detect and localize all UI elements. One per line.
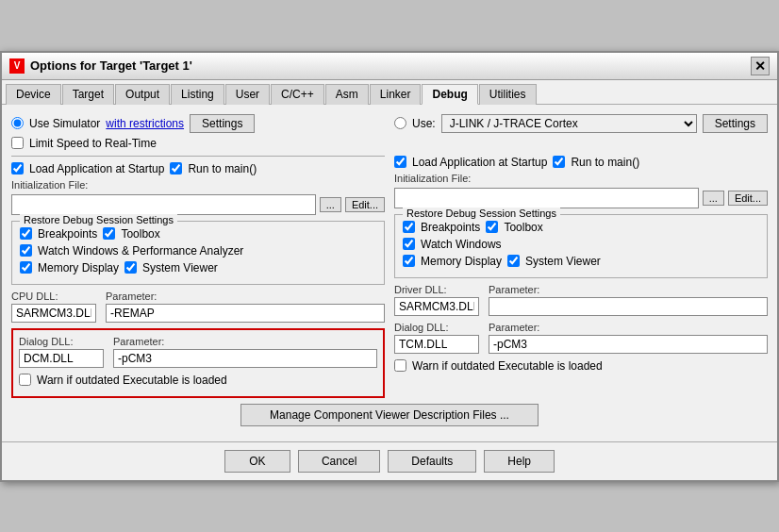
left-column: Use Simulator with restrictions Settings…	[11, 114, 385, 398]
right-warn-label[interactable]: Warn if outdated Executable is loaded	[412, 359, 603, 373]
left-load-app-checkbox[interactable]	[11, 162, 24, 175]
right-run-main-checkbox[interactable]	[553, 156, 565, 168]
left-dialog-dll-input[interactable]	[19, 349, 104, 368]
left-warn-label[interactable]: Warn if outdated Executable is loaded	[37, 374, 227, 387]
right-edit-button[interactable]: Edit...	[728, 191, 768, 206]
manage-component-viewer-button[interactable]: Manage Component Viewer Description File…	[240, 404, 539, 426]
right-column: Use: J-LINK / J-TRACE Cortex Settings Lo…	[394, 114, 768, 398]
tab-output[interactable]: Output	[115, 84, 170, 105]
bottom-bar: OK Cancel Defaults Help	[2, 441, 777, 480]
right-load-app-checkbox[interactable]	[394, 156, 406, 168]
left-browse-button[interactable]: ...	[320, 197, 341, 212]
right-watch-row: Watch Windows	[403, 238, 759, 251]
left-init-file-input[interactable]	[11, 194, 316, 215]
defaults-button[interactable]: Defaults	[388, 450, 476, 473]
left-highlight-box: Dialog DLL: Parameter: Warn if outdated …	[11, 328, 385, 398]
right-driver-param-input[interactable]	[489, 297, 768, 316]
left-load-app-row: Load Application at Startup Run to main(…	[11, 162, 385, 175]
right-init-file-input[interactable]	[394, 188, 699, 208]
driver-dropdown[interactable]: J-LINK / J-TRACE Cortex	[441, 114, 697, 133]
left-edit-button[interactable]: Edit...	[345, 197, 385, 212]
right-restore-title: Restore Debug Session Settings	[403, 208, 560, 219]
manage-bar: Manage Component Viewer Description File…	[11, 398, 768, 432]
right-warn-checkbox[interactable]	[394, 359, 406, 372]
right-dialog-param-label: Parameter:	[489, 322, 768, 333]
right-run-main-label[interactable]: Run to main()	[571, 156, 639, 169]
ok-button[interactable]: OK	[224, 450, 290, 473]
with-restrictions-link[interactable]: with restrictions	[106, 117, 184, 130]
right-watch-windows-label[interactable]: Watch Windows	[421, 238, 502, 251]
right-dialog-dll-input[interactable]	[394, 335, 479, 354]
right-toolbox-label[interactable]: Toolbox	[504, 221, 542, 234]
left-warn-checkbox[interactable]	[19, 374, 31, 386]
tab-debug[interactable]: Debug	[422, 84, 477, 105]
left-cpu-param-label: Parameter:	[106, 291, 385, 302]
tab-user[interactable]: User	[225, 84, 270, 105]
left-toolbox-checkbox[interactable]	[103, 227, 115, 240]
right-dialog-dll-field: Dialog DLL:	[394, 322, 479, 354]
right-breakpoints-row: Breakpoints Toolbox	[403, 221, 759, 234]
limit-speed-checkbox[interactable]	[11, 137, 24, 149]
use-simulator-radio[interactable]	[11, 117, 24, 129]
left-watch-windows-checkbox[interactable]	[20, 244, 32, 257]
app-icon: V	[9, 58, 25, 74]
left-cpu-dll-input[interactable]	[11, 304, 96, 323]
use-driver-radio[interactable]	[394, 117, 406, 129]
title-bar: V Options for Target 'Target 1' ✕	[2, 53, 777, 80]
left-toolbox-label[interactable]: Toolbox	[121, 227, 159, 241]
right-driver-param-label: Parameter:	[489, 284, 768, 295]
tab-cpp[interactable]: C/C++	[271, 84, 324, 105]
tab-listing[interactable]: Listing	[171, 84, 224, 105]
right-dialog-param-input[interactable]	[489, 335, 768, 354]
left-breakpoints-label[interactable]: Breakpoints	[38, 227, 97, 241]
right-init-label: Initialization File:	[394, 173, 768, 184]
simulator-settings-button[interactable]: Settings	[190, 114, 255, 133]
tab-utilities[interactable]: Utilities	[479, 84, 537, 105]
left-system-viewer-label[interactable]: System Viewer	[142, 261, 218, 274]
right-warn-row: Warn if outdated Executable is loaded	[394, 359, 768, 373]
left-run-main-label[interactable]: Run to main()	[188, 162, 257, 175]
tab-device[interactable]: Device	[6, 84, 61, 105]
left-init-file-row: ... Edit...	[11, 194, 385, 215]
help-button[interactable]: Help	[484, 450, 555, 473]
main-columns: Use Simulator with restrictions Settings…	[11, 114, 768, 398]
close-button[interactable]: ✕	[751, 57, 770, 75]
right-dialog-dll-row: Dialog DLL: Parameter:	[394, 322, 768, 354]
right-system-viewer-label[interactable]: System Viewer	[525, 255, 601, 268]
right-breakpoints-checkbox[interactable]	[403, 221, 415, 233]
window-title: Options for Target 'Target 1'	[30, 58, 192, 73]
driver-settings-button[interactable]: Settings	[703, 114, 768, 133]
use-simulator-label[interactable]: Use Simulator	[29, 117, 100, 130]
right-toolbox-checkbox[interactable]	[486, 221, 498, 233]
right-system-viewer-checkbox[interactable]	[507, 255, 520, 267]
left-memory-display-label[interactable]: Memory Display	[38, 261, 119, 274]
right-browse-button[interactable]: ...	[703, 191, 724, 206]
left-restore-title: Restore Debug Session Settings	[20, 214, 177, 225]
left-dialog-param-input[interactable]	[113, 349, 377, 368]
left-dialog-dll-label: Dialog DLL:	[19, 336, 104, 347]
tab-asm[interactable]: Asm	[325, 84, 369, 105]
right-load-app-label[interactable]: Load Application at Startup	[412, 156, 547, 169]
left-breakpoints-checkbox[interactable]	[20, 227, 32, 240]
right-driver-dll-input[interactable]	[394, 297, 479, 316]
left-load-app-label[interactable]: Load Application at Startup	[29, 162, 164, 175]
left-run-main-checkbox[interactable]	[170, 162, 182, 175]
limit-speed-label[interactable]: Limit Speed to Real-Time	[29, 137, 157, 150]
tab-target[interactable]: Target	[62, 84, 114, 105]
right-driver-dll-label: Driver DLL:	[394, 284, 479, 295]
right-dialog-section: Dialog DLL: Parameter: Warn if outdated …	[394, 322, 768, 373]
left-watch-windows-label[interactable]: Watch Windows & Performance Analyzer	[38, 244, 243, 258]
left-memory-display-checkbox[interactable]	[20, 261, 32, 274]
tab-linker[interactable]: Linker	[370, 84, 422, 105]
right-breakpoints-label[interactable]: Breakpoints	[421, 221, 480, 234]
right-use-row: Use: J-LINK / J-TRACE Cortex Settings	[394, 114, 768, 133]
left-system-viewer-checkbox[interactable]	[124, 261, 137, 274]
right-memory-display-checkbox[interactable]	[403, 255, 415, 267]
cancel-button[interactable]: Cancel	[298, 450, 380, 473]
use-driver-label[interactable]: Use:	[412, 117, 436, 130]
limit-speed-row: Limit Speed to Real-Time	[11, 137, 385, 150]
main-window: V Options for Target 'Target 1' ✕ Device…	[0, 51, 779, 482]
right-watch-windows-checkbox[interactable]	[403, 238, 415, 250]
left-cpu-param-input[interactable]	[106, 304, 385, 323]
right-memory-display-label[interactable]: Memory Display	[421, 255, 502, 268]
